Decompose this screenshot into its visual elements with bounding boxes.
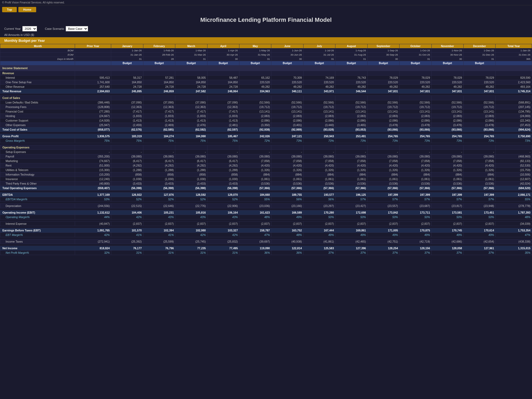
days-nov: 30 bbox=[431, 57, 463, 61]
aug-header: August bbox=[335, 44, 367, 48]
eom-dec: 31-Dec-26 bbox=[463, 53, 495, 57]
opex-section-label-row: Operating Expenses bbox=[0, 145, 532, 150]
days-mar: 31 bbox=[175, 57, 207, 61]
case-scenario-select[interactable]: Base Case bbox=[66, 26, 88, 31]
cos-section-label-row: Cost of Sales bbox=[0, 96, 532, 100]
interest-row: Interest 595,413 56,31757,28158,00558,48… bbox=[0, 76, 532, 80]
days-may: 31 bbox=[239, 57, 271, 61]
ebit-label: Operating Income (EBIT) bbox=[0, 210, 75, 215]
days-prior bbox=[75, 57, 111, 61]
eom-total: 31-Dec-26 bbox=[496, 53, 532, 57]
interest-label: Interest bbox=[0, 76, 75, 80]
budget-mar: Budget bbox=[175, 61, 207, 65]
bom-feb: 1-Feb-26 bbox=[143, 48, 175, 53]
current-year-control: Current Year 2026 bbox=[4, 26, 37, 31]
section-header: Monthly Budget per Year bbox=[0, 37, 532, 44]
eom-jul: 31-Jul-26 bbox=[303, 53, 335, 57]
budget-sep: Budget bbox=[367, 61, 399, 65]
processing-fees-row: Processing Fees (128,808) (12,363)(12,36… bbox=[0, 105, 532, 109]
eom-apr: 30-Apr-26 bbox=[207, 53, 239, 57]
gross-profit-row: Gross Profit 1,936,575 183,319184,274184… bbox=[0, 134, 532, 139]
bom-sep: 1-Sep-26 bbox=[367, 48, 399, 53]
net-margin-row: Net Profit Margin% 32% 31%31%31%31% 36%3… bbox=[0, 251, 532, 255]
days-total: 365 bbox=[496, 57, 532, 61]
insurance-label: Insurance bbox=[0, 177, 75, 181]
eom-jan: 31-Jan-26 bbox=[111, 53, 143, 57]
mar-header: March bbox=[175, 44, 207, 48]
hosting-row: Hosting (24,667) (1,833)(1,833)(1,833)(1… bbox=[0, 114, 532, 118]
controls-row: Current Year 2026 Case Scenario Base Cas… bbox=[0, 25, 532, 32]
third-party-fees-row: Third Party Fees & Other (40,800) (3,433… bbox=[0, 181, 532, 186]
net-income-label: Net Income bbox=[0, 246, 75, 251]
ebt-label: Earnings Before Taxes (EBT) bbox=[0, 228, 75, 233]
spacer10 bbox=[0, 244, 532, 246]
eom-mar: 31-Mar-26 bbox=[175, 53, 207, 57]
customer-support-label: Customer Support bbox=[0, 118, 75, 123]
current-year-select[interactable]: 2026 bbox=[22, 26, 37, 31]
total-opex-row: Total Operating Expenses (559,407) (56,3… bbox=[0, 186, 532, 190]
budget-empty bbox=[0, 61, 75, 65]
other-expenses-cos-label: Other Expenses bbox=[0, 123, 75, 127]
bom-aug: 1-Aug-26 bbox=[335, 48, 367, 53]
income-taxes-row: Income Taxes (272,941) (25,392)(25,599)(… bbox=[0, 239, 532, 244]
bom-total: 1-Jan-26 bbox=[496, 48, 532, 53]
other-revenue-label: Other Revenue bbox=[0, 85, 75, 89]
ebt-row: Earnings Before Taxes (EBT) 1,091,765 10… bbox=[0, 228, 532, 233]
ebitda-label: EBITDA bbox=[0, 193, 75, 197]
budget-nov: Budget bbox=[431, 61, 463, 65]
ebit-row: Operating Income (EBIT) 1,132,612 104,40… bbox=[0, 210, 532, 215]
budget-aug: Budget bbox=[335, 61, 367, 65]
spacer7 bbox=[0, 219, 532, 222]
payroll-row: Payroll (355,200) (39,080)(39,080)(39,08… bbox=[0, 154, 532, 159]
gross-margin-row: Gross Margin% 75% 75%75%75%75% 72%73%73%… bbox=[0, 139, 532, 143]
jul-header: July bbox=[303, 44, 335, 48]
eom-oct: 31-Oct-26 bbox=[400, 53, 431, 57]
budget-feb: Budget bbox=[143, 61, 175, 65]
apr-header: April bbox=[207, 44, 239, 48]
bom-prior bbox=[75, 48, 111, 53]
budget-dec: Budget bbox=[463, 61, 495, 65]
days-apr: 30 bbox=[207, 57, 239, 61]
marketing-row: Marketing (74,667) (6,417)(6,417)(6,417)… bbox=[0, 159, 532, 163]
spacer9 bbox=[0, 237, 532, 239]
dec-header: December bbox=[463, 44, 495, 48]
budget-oct: Budget bbox=[400, 61, 431, 65]
opex-section-label: Operating Expenses bbox=[0, 145, 75, 150]
month-header: Month bbox=[0, 44, 75, 48]
jun-header: June bbox=[271, 44, 303, 48]
spacer1 bbox=[0, 94, 532, 96]
total-cos-label: Total Cost of Sales bbox=[0, 127, 75, 132]
spacer4 bbox=[0, 190, 532, 193]
budget-total bbox=[496, 61, 532, 65]
days-row: Days in Month 31 28 31 30 31 30 31 31 30… bbox=[0, 57, 532, 61]
eom-aug: 31-Aug-26 bbox=[335, 53, 367, 57]
home-button[interactable]: Home bbox=[18, 7, 36, 12]
days-jun: 30 bbox=[271, 57, 303, 61]
copyright: © Profit Vision Financial Services. All … bbox=[2, 1, 65, 4]
other-revenue-row: Other Revenue 257,640 24,72824,72824,728… bbox=[0, 85, 532, 89]
ebitda-margin-row: EBITDA Margin% 53% 52%52%52%52% 55%56%56… bbox=[0, 197, 532, 202]
bom-row: BOM 1-Jan-26 1-Feb-26 1-Mar-26 1-Apr-26 … bbox=[0, 48, 532, 53]
nav-buttons: Top Home bbox=[0, 5, 532, 14]
gross-profit-label: Gross Profit bbox=[0, 134, 75, 139]
eom-jun: 30-Jun-26 bbox=[271, 53, 303, 57]
loan-defaults-label: Loan Defaults / Bad Debts bbox=[0, 100, 75, 105]
eom-label: EOM bbox=[0, 53, 75, 57]
ebit-margin-label: Operating Margin% bbox=[0, 215, 75, 219]
rent-label: Rent bbox=[0, 163, 75, 168]
spacer5 bbox=[0, 202, 532, 204]
top-button[interactable]: Top bbox=[2, 7, 17, 12]
ebt-margin-label: EBT Margin% bbox=[0, 233, 75, 237]
amounts-label: All Amounts in USD ($) bbox=[0, 32, 532, 37]
information-tech-row: Information Technology (10,200) (858)(85… bbox=[0, 172, 532, 177]
processing-fees-label: Processing Fees bbox=[0, 105, 75, 109]
days-jul: 31 bbox=[303, 57, 335, 61]
bom-mar: 1-Mar-26 bbox=[175, 48, 207, 53]
bom-jul: 1-Jul-26 bbox=[303, 48, 335, 53]
eom-feb: 28-Feb-26 bbox=[143, 53, 175, 57]
budget-prior bbox=[75, 61, 111, 65]
income-statement-section: Income Statement bbox=[0, 65, 532, 71]
ebitda-margin-label: EBITDA Margin% bbox=[0, 197, 75, 202]
case-scenario-control: Case Scenario Base Case bbox=[45, 26, 88, 31]
budget-may: Budget bbox=[239, 61, 271, 65]
